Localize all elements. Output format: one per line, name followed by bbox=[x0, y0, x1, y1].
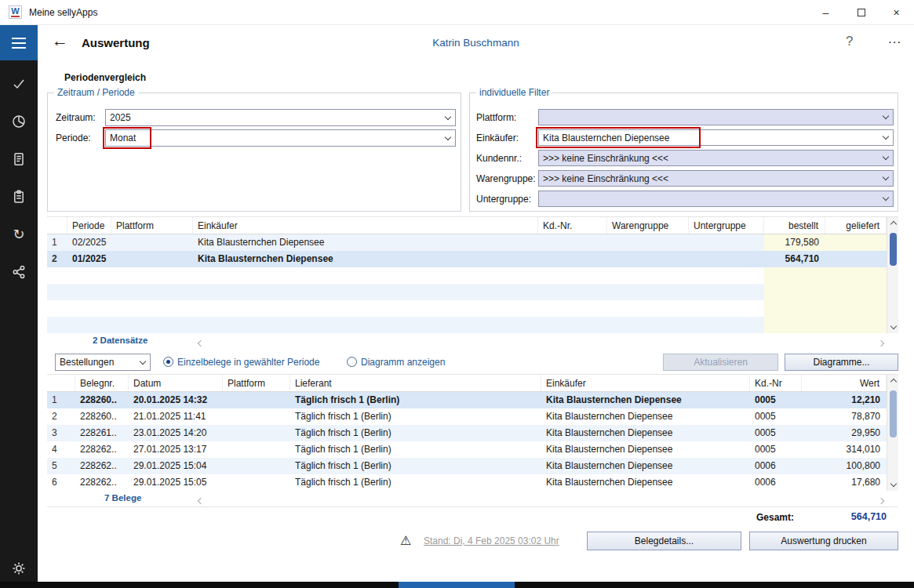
chevron-down-icon bbox=[879, 157, 893, 159]
sidebar-item-settings[interactable] bbox=[0, 557, 38, 580]
status-timestamp[interactable]: Stand: Di, 4 Feb 2025 03:02 Uhr bbox=[424, 535, 559, 546]
minimize-button[interactable]: – bbox=[808, 0, 843, 25]
scrollbar-thumb[interactable] bbox=[890, 233, 897, 266]
app-icon: W bbox=[9, 5, 22, 19]
periode-dropdown[interactable]: Monat bbox=[105, 129, 456, 147]
table-row-empty bbox=[47, 284, 887, 300]
chevron-down-icon bbox=[136, 361, 150, 364]
section-title: Periodenvergleich bbox=[64, 72, 146, 83]
background-window-accent bbox=[399, 582, 515, 588]
sidebar-item-orders[interactable] bbox=[0, 185, 38, 209]
plattform-label: Plattform: bbox=[476, 112, 516, 123]
help-button[interactable]: ? bbox=[846, 34, 853, 49]
periode-label: Periode: bbox=[56, 132, 91, 143]
detail-table: Belegnr. Datum Plattform Lieferant Einkä… bbox=[47, 374, 898, 490]
table-row[interactable]: 1 02/2025 Kita Blausternchen Diepensee 1… bbox=[47, 234, 887, 251]
total-label: Gesamt: bbox=[756, 512, 794, 523]
warengruppe-dropdown[interactable]: >>> keine Einschränkung <<< bbox=[538, 170, 894, 187]
titlebar: W Meine sellyApps – × bbox=[0, 0, 914, 25]
share-icon bbox=[11, 264, 27, 280]
detail-table-count: 7 Belege bbox=[104, 493, 141, 503]
periode-highlight-box bbox=[103, 127, 151, 149]
scroll-up-icon[interactable] bbox=[887, 375, 899, 387]
maximize-button[interactable] bbox=[843, 0, 879, 25]
table-row[interactable]: 6 228262.. 29.01.2025 15:05 Täglich fris… bbox=[47, 474, 887, 491]
auswertung-drucken-button[interactable]: Auswertung drucken bbox=[749, 532, 898, 550]
kundennr-dropdown[interactable]: >>> keine Einschränkung <<< bbox=[538, 150, 894, 166]
scrollbar-thumb[interactable] bbox=[890, 390, 897, 437]
maximize-icon bbox=[858, 9, 865, 16]
table-row-empty bbox=[47, 300, 887, 317]
warning-icon: ⚠ bbox=[400, 533, 411, 548]
divider bbox=[47, 506, 898, 507]
period-groupbox: Zeitraum / Periode Zeitraum: 2025 Period… bbox=[47, 93, 461, 212]
filter-groupbox: individuelle Filter Plattform: Einkäufer… bbox=[469, 93, 898, 212]
period-table-header: Periode Plattform Einkäufer Kd.-Nr. Ware… bbox=[47, 217, 887, 234]
einkaeufer-label: Einkäufer: bbox=[476, 132, 519, 143]
sidebar-item-documents[interactable] bbox=[0, 147, 38, 171]
clipboard-icon bbox=[11, 189, 27, 205]
plattform-dropdown[interactable] bbox=[538, 109, 894, 125]
table-row[interactable]: 3 228261.. 23.01.2025 14:20 Täglich fris… bbox=[47, 425, 887, 441]
table-row[interactable]: 2 228260.. 21.01.2025 11:41 Täglich fris… bbox=[47, 408, 887, 425]
table-row-selected[interactable]: 1 228260.. 20.01.2025 14:32 Täglich fris… bbox=[47, 392, 887, 408]
close-button[interactable]: × bbox=[879, 0, 914, 25]
table-row-empty bbox=[47, 317, 887, 333]
scroll-down-icon[interactable] bbox=[887, 321, 899, 333]
period-groupbox-title: Zeitraum / Periode bbox=[54, 87, 138, 98]
app-window: W Meine sellyApps – × ↻ bbox=[0, 0, 914, 588]
aktualisieren-button[interactable]: Aktualisieren bbox=[663, 354, 778, 371]
gear-icon bbox=[11, 561, 27, 576]
pie-chart-icon bbox=[11, 114, 27, 129]
warengruppe-label: Warengruppe: bbox=[476, 173, 536, 184]
sidebar-item-share[interactable] bbox=[0, 260, 38, 284]
filter-groupbox-title: individuelle Filter bbox=[476, 87, 552, 98]
diagramme-button[interactable]: Diagramme... bbox=[785, 354, 898, 371]
sidebar: ↻ bbox=[0, 25, 38, 588]
page-next-icon[interactable] bbox=[879, 495, 886, 506]
untergruppe-dropdown[interactable] bbox=[538, 191, 894, 207]
sidebar-item-reports[interactable] bbox=[0, 110, 38, 133]
total-value: 564,710 bbox=[851, 511, 887, 522]
radio-einzelbelege[interactable]: Einzelbelege in gewählter Periode bbox=[163, 357, 319, 368]
scrollbar[interactable] bbox=[887, 375, 898, 491]
zeitraum-dropdown[interactable]: 2025 bbox=[105, 109, 456, 126]
einkaeufer-highlight-box bbox=[536, 127, 701, 148]
sidebar-item-sync[interactable]: ↻ bbox=[0, 223, 38, 246]
background-window-strip bbox=[0, 582, 914, 588]
chevron-down-icon bbox=[441, 137, 455, 140]
page-prev-icon[interactable] bbox=[196, 337, 203, 348]
sidebar-item-tasks[interactable] bbox=[0, 72, 38, 96]
user-name[interactable]: Katrin Buschmann bbox=[38, 37, 914, 49]
scrollbar[interactable] bbox=[887, 217, 898, 333]
doc-type-dropdown[interactable]: Bestellungen bbox=[55, 354, 151, 371]
scroll-up-icon[interactable] bbox=[887, 217, 899, 229]
radio-diagramm[interactable]: Diagramm anzeigen bbox=[347, 357, 445, 368]
hamburger-menu-button[interactable] bbox=[0, 25, 38, 60]
scroll-down-icon[interactable] bbox=[887, 479, 899, 491]
main-content: ← Auswertung Katrin Buschmann ? ... Peri… bbox=[38, 25, 914, 588]
detail-table-header: Belegnr. Datum Plattform Lieferant Einkä… bbox=[47, 375, 887, 392]
table-row-selected[interactable]: 2 01/2025 Kita Blausternchen Diepensee 5… bbox=[47, 251, 887, 267]
hamburger-icon bbox=[12, 38, 26, 39]
zeitraum-label: Zeitraum: bbox=[56, 112, 96, 123]
period-table-count: 2 Datensätze bbox=[93, 336, 147, 345]
kundennr-label: Kundennr.: bbox=[476, 153, 522, 164]
belegdetails-button[interactable]: Belegdetails... bbox=[587, 532, 741, 550]
chevron-down-icon bbox=[879, 198, 893, 200]
radio-unselected-icon bbox=[347, 357, 357, 367]
table-row[interactable]: 5 228262.. 29.01.2025 15:04 Täglich fris… bbox=[47, 458, 887, 474]
page-prev-icon[interactable] bbox=[196, 495, 203, 506]
period-table: Periode Plattform Einkäufer Kd.-Nr. Ware… bbox=[47, 216, 898, 332]
document-edit-icon bbox=[11, 151, 27, 167]
page-next-icon[interactable] bbox=[879, 337, 886, 348]
chevron-down-icon bbox=[879, 116, 893, 118]
check-icon bbox=[11, 76, 27, 92]
radio-selected-icon bbox=[163, 357, 173, 367]
more-options-button[interactable]: ... bbox=[888, 31, 901, 47]
chevron-down-icon bbox=[879, 136, 893, 139]
untergruppe-label: Untergruppe: bbox=[476, 194, 531, 205]
chevron-down-icon bbox=[441, 117, 455, 119]
sync-icon: ↻ bbox=[13, 226, 24, 243]
table-row[interactable]: 4 228262.. 27.01.2025 13:17 Täglich fris… bbox=[47, 441, 887, 458]
